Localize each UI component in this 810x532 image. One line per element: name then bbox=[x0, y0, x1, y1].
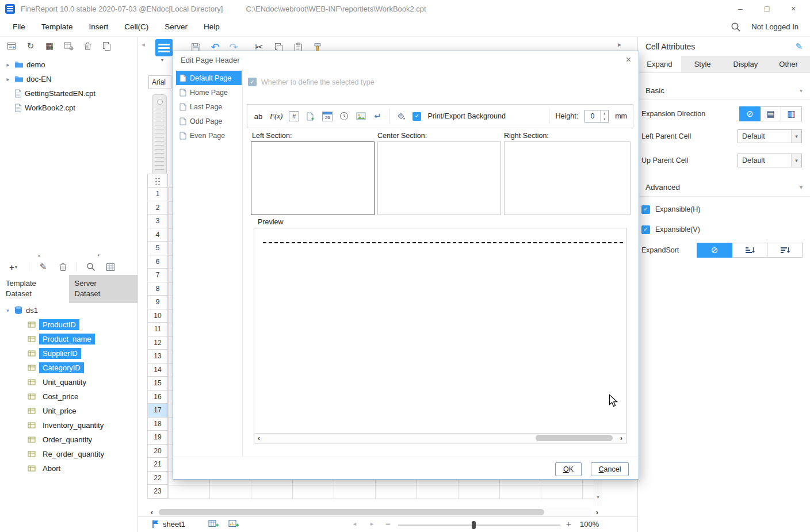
dialog-titlebar[interactable]: Edit Page Header × bbox=[173, 51, 639, 68]
print-export-background-checkbox[interactable]: ✓ bbox=[412, 112, 421, 121]
tab-sheet1[interactable]: sheet1 bbox=[152, 519, 185, 529]
dialog-close-icon[interactable]: × bbox=[626, 55, 631, 65]
maximize-icon[interactable]: □ bbox=[754, 0, 780, 17]
row-header-6[interactable]: 6 bbox=[147, 255, 168, 269]
define-type-checkbox[interactable]: ✓ bbox=[248, 78, 257, 86]
chevron-down-icon[interactable]: ▾ bbox=[791, 130, 801, 143]
row-header-23[interactable]: 23 bbox=[147, 485, 168, 499]
collapse-left-panel-icon[interactable]: ◄ bbox=[140, 41, 146, 48]
dataset-field-abort[interactable]: Abort bbox=[0, 461, 137, 476]
menu-hamburger-icon[interactable] bbox=[155, 39, 173, 56]
up-parent-select[interactable]: Default ▾ bbox=[738, 154, 802, 167]
preview-scroll-thumb[interactable] bbox=[536, 435, 613, 441]
dataset-root[interactable]: ▾ ds1 bbox=[0, 303, 137, 317]
row-header-10[interactable]: 10 bbox=[147, 309, 168, 323]
row-header-8[interactable]: 8 bbox=[147, 282, 168, 296]
splitter-down-icon[interactable]: ▾ bbox=[98, 253, 100, 258]
tab-style[interactable]: Style bbox=[681, 56, 724, 72]
switch-directory-icon[interactable] bbox=[6, 40, 17, 52]
row-header-20[interactable]: 20 bbox=[147, 445, 168, 458]
height-value[interactable]: 0 bbox=[585, 110, 600, 122]
basic-section-header[interactable]: Basic ▾ bbox=[638, 82, 810, 100]
expand-none-button[interactable]: ⊘ bbox=[739, 106, 761, 121]
scroll-down-icon[interactable]: ▾ bbox=[594, 492, 602, 502]
dataset-field-order-quantity[interactable]: Order_quantity bbox=[0, 433, 137, 447]
row-header-12[interactable]: 12 bbox=[147, 336, 168, 350]
page-type-even-page[interactable]: Even Page bbox=[176, 128, 242, 143]
edit-pencil-icon[interactable]: ✎ bbox=[795, 41, 803, 52]
advanced-section-header[interactable]: Advanced ▾ bbox=[638, 178, 810, 197]
minimize-icon[interactable]: – bbox=[727, 0, 754, 17]
tree-item-demo[interactable]: ▸demo bbox=[0, 58, 137, 72]
chevron-down-icon[interactable]: ▾ bbox=[791, 154, 801, 167]
expand-arrow-icon[interactable]: ▸ bbox=[5, 76, 12, 82]
row-header-14[interactable]: 14 bbox=[147, 363, 168, 377]
page-type-odd-page[interactable]: Odd Page bbox=[176, 114, 242, 128]
tab-template-dataset[interactable]: Template Dataset bbox=[0, 275, 69, 303]
page-type-last-page[interactable]: Last Page bbox=[176, 99, 242, 114]
spinner-buttons[interactable]: ▲ ▼ bbox=[600, 110, 608, 122]
row-header-21[interactable]: 21 bbox=[147, 458, 168, 472]
tree-expanded-icon[interactable]: ▾ bbox=[5, 308, 11, 313]
tree-item-workbook2-cpt[interactable]: WorkBook2.cpt bbox=[0, 101, 137, 115]
sort-ascending-button[interactable] bbox=[732, 243, 767, 258]
row-header-13[interactable]: 13 bbox=[147, 350, 168, 363]
zoom-slider[interactable] bbox=[398, 525, 560, 526]
tab-server-dataset[interactable]: Server Dataset bbox=[69, 275, 138, 303]
delete-dataset-icon[interactable] bbox=[57, 261, 68, 273]
row-header-18[interactable]: 18 bbox=[147, 418, 168, 431]
prev-sheet-icon[interactable]: ◄ bbox=[352, 521, 357, 527]
dataset-field-unit-quantity[interactable]: Unit_quantity bbox=[0, 375, 137, 389]
menu-item-file[interactable]: File bbox=[5, 17, 33, 37]
scroll-right-icon[interactable]: › bbox=[593, 508, 602, 516]
expand-arrow-icon[interactable]: ▸ bbox=[5, 62, 12, 68]
row-header-7[interactable]: 7 bbox=[147, 269, 168, 282]
zoom-level[interactable]: 100% bbox=[580, 520, 599, 529]
dataset-field-inventory-quantity[interactable]: Inventory_quantity bbox=[0, 418, 137, 433]
expand-horizontal-button[interactable]: ▥ bbox=[781, 106, 802, 121]
dataset-field-re-order-quantity[interactable]: Re_order_quantity bbox=[0, 447, 137, 461]
horizontal-scrollbar[interactable] bbox=[158, 508, 591, 516]
next-sheet-icon[interactable]: ► bbox=[369, 521, 375, 527]
expansible-v-checkbox[interactable]: ✓ bbox=[641, 225, 650, 234]
tab-display[interactable]: Display bbox=[724, 56, 767, 72]
zoom-out-icon[interactable]: − bbox=[385, 519, 391, 529]
row-header-9[interactable]: 9 bbox=[147, 296, 168, 309]
dataset-field-unit-price[interactable]: Unit_price bbox=[0, 404, 137, 418]
row-header-3[interactable]: 3 bbox=[147, 215, 168, 228]
more-toolbar-icon[interactable]: ► bbox=[617, 41, 622, 48]
hamburger-caret-icon[interactable]: ▾ bbox=[161, 58, 163, 63]
insert-time-icon[interactable] bbox=[339, 110, 349, 122]
search-icon[interactable] bbox=[731, 22, 741, 32]
zoom-in-icon[interactable]: + bbox=[566, 519, 571, 529]
left-parent-select[interactable]: Default ▾ bbox=[738, 129, 802, 143]
splitter-up-icon[interactable]: ▴ bbox=[38, 253, 40, 258]
sort-none-button[interactable]: ⊘ bbox=[697, 243, 732, 258]
tab-expand[interactable]: Expand bbox=[638, 56, 681, 72]
row-header-17[interactable]: 17 bbox=[147, 404, 168, 418]
scroll-left-icon[interactable]: ‹ bbox=[254, 434, 263, 443]
cancel-button[interactable]: Cancel bbox=[591, 462, 629, 476]
expand-vertical-button[interactable]: ▤ bbox=[760, 106, 781, 121]
left-section-input[interactable] bbox=[251, 141, 375, 215]
row-header-5[interactable]: 5 bbox=[147, 242, 168, 255]
menu-item-cell-c[interactable]: Cell(C) bbox=[116, 17, 156, 37]
login-status[interactable]: Not Logged In bbox=[751, 22, 798, 31]
row-header-4[interactable]: 4 bbox=[147, 228, 168, 242]
scroll-right-icon[interactable]: › bbox=[617, 434, 626, 443]
report-template-icon[interactable]: ▦ bbox=[44, 40, 55, 52]
font-family-select[interactable]: Arial bbox=[148, 75, 171, 89]
chevron-down-icon[interactable]: ▾ bbox=[800, 184, 803, 190]
dataset-settings-icon[interactable] bbox=[105, 261, 116, 273]
row-header-16[interactable]: 16 bbox=[147, 391, 168, 404]
panel-splitter[interactable]: ▴ ▾ bbox=[0, 253, 137, 258]
zoom-slider-thumb[interactable] bbox=[472, 521, 476, 529]
select-all-corner[interactable] bbox=[147, 174, 168, 187]
tree-item-gettingstarteden-cpt[interactable]: GettingStartedEN.cpt bbox=[0, 86, 137, 101]
row-header-15[interactable]: 15 bbox=[147, 377, 168, 391]
preview-scroll-track[interactable] bbox=[263, 434, 617, 443]
dataset-field-product-name[interactable]: Product_name bbox=[0, 332, 137, 346]
dataset-field-supplierid[interactable]: SupplierID bbox=[0, 346, 137, 361]
tab-other[interactable]: Other bbox=[767, 56, 810, 72]
row-header-2[interactable]: 2 bbox=[147, 201, 168, 215]
